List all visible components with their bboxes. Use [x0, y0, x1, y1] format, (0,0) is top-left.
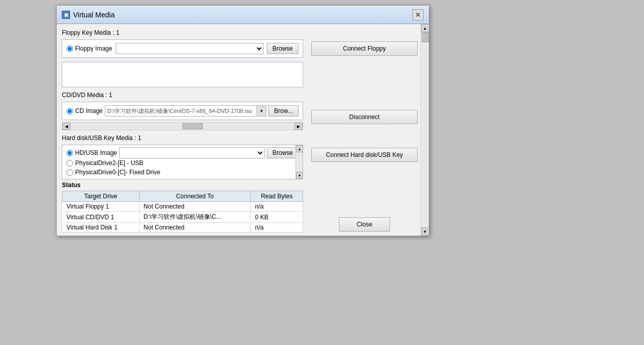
hd-section-label: Hard disk/USB Key Media : 1	[62, 134, 303, 142]
disconnect-button[interactable]: Disconnect	[311, 110, 418, 124]
hd-scroll-up[interactable]: ▲	[296, 145, 303, 152]
row0-connected: Not Connected	[139, 202, 250, 212]
status-header-row: Target Drive Connected To Read Bytes	[62, 191, 303, 202]
hd-browse-button[interactable]: Browse	[267, 147, 298, 158]
cd-radio[interactable]	[66, 108, 73, 114]
right-spacer-2	[311, 129, 418, 145]
hd-scroll-down[interactable]: ▼	[296, 172, 303, 179]
right-spacer-1	[311, 61, 418, 102]
virtual-media-dialog: ▣ Virtual Media ✕ Floppy Key Media : 1 F…	[56, 5, 429, 236]
table-row: Virtual Hard Disk 1 Not Connected n/a	[62, 223, 303, 233]
hd-scroll-track	[296, 152, 303, 172]
cd-section-box: CD Image ▼ Brow...	[62, 102, 303, 120]
connect-floppy-button[interactable]: Connect Floppy	[311, 41, 418, 56]
floppy-browse-button[interactable]: Browse	[267, 43, 298, 54]
col-connected-to: Connected To	[139, 191, 250, 202]
title-bar-left: ▣ Virtual Media	[62, 11, 114, 19]
physical0-label[interactable]: PhysicalDrive0-[C]- Fixed Drive	[75, 169, 160, 176]
row1-bytes: 0 KB	[250, 212, 303, 223]
floppy-section-box: Floppy Image Browse	[62, 39, 303, 58]
hd-usb-radio[interactable]	[66, 150, 73, 156]
floppy-radio[interactable]	[66, 45, 73, 52]
floppy-radio-label[interactable]: Floppy Image	[66, 45, 112, 52]
floppy-row: Floppy Image Browse	[66, 43, 298, 54]
cd-hscroll-bar: ◀ ▶	[62, 122, 303, 130]
status-table-body: Virtual Floppy 1 Not Connected n/a Virtu…	[62, 202, 303, 233]
physical2-radio-item: PhysicalDrive2-[E] - USB	[66, 158, 298, 168]
row1-drive: Virtual CD/DVD 1	[62, 212, 140, 223]
content-area: Floppy Key Media : 1 Floppy Image Browse	[57, 24, 308, 236]
physical2-label[interactable]: PhysicalDrive2-[E] - USB	[75, 159, 143, 167]
row0-bytes: n/a	[250, 202, 303, 212]
cd-dropdown-arrow[interactable]: ▼	[257, 105, 266, 117]
right-flex-spacer	[311, 167, 418, 214]
status-label: Status	[62, 181, 303, 189]
title-close-button[interactable]: ✕	[412, 9, 424, 20]
status-table-head: Target Drive Connected To Read Bytes	[62, 191, 303, 202]
row1-connected: D:\学习软件\虚拟机\镜像\C...	[139, 212, 250, 223]
cd-hscroll-thumb[interactable]	[182, 123, 203, 129]
status-section: Status Target Drive Connected To Read By…	[62, 181, 303, 233]
cd-input-row: CD Image ▼ Brow...	[66, 105, 298, 117]
col-target-drive: Target Drive	[62, 191, 140, 202]
close-button[interactable]: Close	[339, 217, 390, 232]
status-table: Target Drive Connected To Read Bytes Vir…	[62, 191, 303, 233]
row2-connected: Not Connected	[139, 223, 250, 233]
physical0-radio-item: PhysicalDrive0-[C]- Fixed Drive	[66, 168, 298, 177]
right-panel: Connect Floppy Disconnect Connect Hard d…	[308, 24, 421, 236]
vscroll-thumb[interactable]	[422, 32, 429, 42]
cd-dropdown: ▼	[105, 105, 266, 117]
hd-dropdown	[119, 147, 265, 158]
vscroll-down-arrow[interactable]: ▼	[421, 227, 429, 236]
cd-hscroll-right[interactable]: ▶	[294, 123, 303, 130]
connect-hd-button[interactable]: Connect Hard disk/USB Key	[311, 148, 418, 162]
vscroll-track	[422, 32, 429, 227]
dialog-icon: ▣	[62, 11, 70, 19]
cd-section-label: CD/DVD Media : 1	[62, 91, 303, 99]
hd-vscroll: ▲ ▼	[295, 145, 303, 179]
right-panel-inner: Connect Floppy Disconnect Connect Hard d…	[308, 24, 421, 236]
cd-hscroll-track	[71, 123, 294, 130]
floppy-select[interactable]	[116, 43, 264, 54]
hd-top-row: HD/USB Image Browse	[66, 147, 298, 158]
floppy-extra-box	[62, 62, 303, 87]
row2-bytes: n/a	[250, 223, 303, 233]
row0-drive: Virtual Floppy 1	[62, 202, 140, 212]
col-read-bytes: Read Bytes	[250, 191, 303, 202]
table-row: Virtual Floppy 1 Not Connected n/a	[62, 202, 303, 212]
dialog-title: Virtual Media	[73, 11, 114, 19]
close-btn-container: Close	[311, 217, 418, 232]
dialog-main: Floppy Key Media : 1 Floppy Image Browse	[57, 24, 429, 236]
floppy-dropdown	[116, 43, 264, 54]
vscroll-up-arrow[interactable]: ▲	[421, 24, 429, 32]
cd-radio-label[interactable]: CD Image	[66, 107, 103, 114]
hd-section-box: HD/USB Image Browse PhysicalDrive2-[E] -…	[62, 145, 303, 179]
hd-usb-radio-label[interactable]: HD/USB Image	[66, 149, 117, 156]
physical0-radio[interactable]	[66, 169, 73, 176]
row2-drive: Virtual Hard Disk 1	[62, 223, 140, 233]
hd-select[interactable]	[119, 147, 265, 158]
cd-path-input[interactable]	[105, 105, 257, 117]
cd-browse-button[interactable]: Brow...	[268, 105, 298, 117]
title-bar: ▣ Virtual Media ✕	[57, 6, 429, 24]
main-vscrollbar: ▲ ▼	[421, 24, 429, 236]
table-row: Virtual CD/DVD 1 D:\学习软件\虚拟机\镜像\C... 0 K…	[62, 212, 303, 223]
floppy-section-label: Floppy Key Media : 1	[62, 29, 303, 36]
physical2-radio[interactable]	[66, 160, 73, 167]
cd-hscroll-left[interactable]: ◀	[62, 123, 71, 130]
